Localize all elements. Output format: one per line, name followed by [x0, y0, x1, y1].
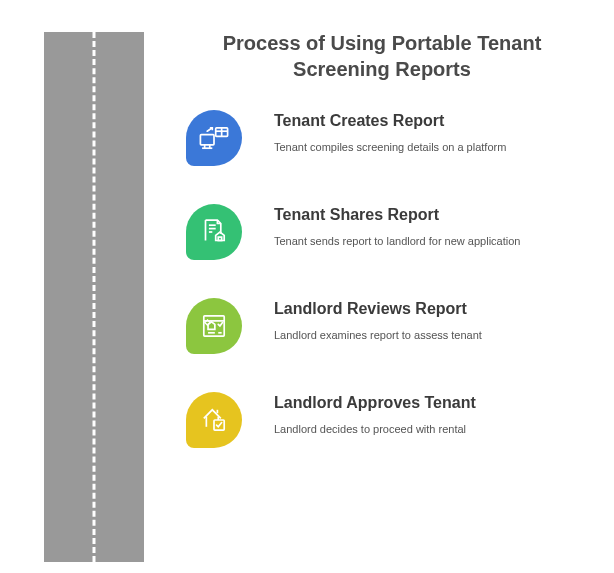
report-checklist-icon [197, 309, 231, 343]
step-item: Landlord Reviews Report Landlord examine… [186, 298, 594, 354]
steps-list: Tenant Creates Report Tenant compiles sc… [170, 110, 594, 448]
monitor-transfer-icon [197, 121, 231, 155]
step-badge [186, 110, 242, 166]
step-badge [186, 204, 242, 260]
step-text: Tenant Creates Report Tenant compiles sc… [274, 110, 506, 155]
step-item: Tenant Creates Report Tenant compiles sc… [186, 110, 594, 166]
content-area: Process of Using Portable Tenant Screeni… [170, 30, 594, 448]
step-description: Landlord decides to proceed with rental [274, 422, 476, 437]
step-heading: Tenant Creates Report [274, 112, 506, 130]
step-text: Tenant Shares Report Tenant sends report… [274, 204, 520, 249]
document-house-icon [197, 215, 231, 249]
step-item: Landlord Approves Tenant Landlord decide… [186, 392, 594, 448]
svg-rect-10 [218, 237, 221, 240]
step-heading: Landlord Reviews Report [274, 300, 482, 318]
step-description: Landlord examines report to assess tenan… [274, 328, 482, 343]
svg-rect-0 [200, 135, 214, 145]
step-item: Tenant Shares Report Tenant sends report… [186, 204, 594, 260]
step-text: Landlord Approves Tenant Landlord decide… [274, 392, 476, 437]
house-check-icon [197, 403, 231, 437]
step-text: Landlord Reviews Report Landlord examine… [274, 298, 482, 343]
step-heading: Landlord Approves Tenant [274, 394, 476, 412]
page-title: Process of Using Portable Tenant Screeni… [170, 30, 594, 82]
step-badge [186, 298, 242, 354]
step-description: Tenant compiles screening details on a p… [274, 140, 506, 155]
road-graphic [44, 32, 144, 562]
step-description: Tenant sends report to landlord for new … [274, 234, 520, 249]
step-heading: Tenant Shares Report [274, 206, 520, 224]
step-badge [186, 392, 242, 448]
